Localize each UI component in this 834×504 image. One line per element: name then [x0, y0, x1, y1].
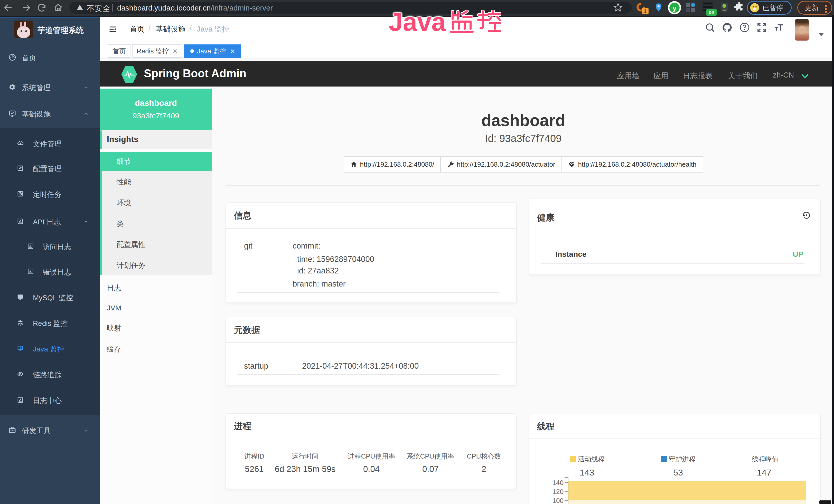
svg-text:y: y: [673, 4, 677, 12]
